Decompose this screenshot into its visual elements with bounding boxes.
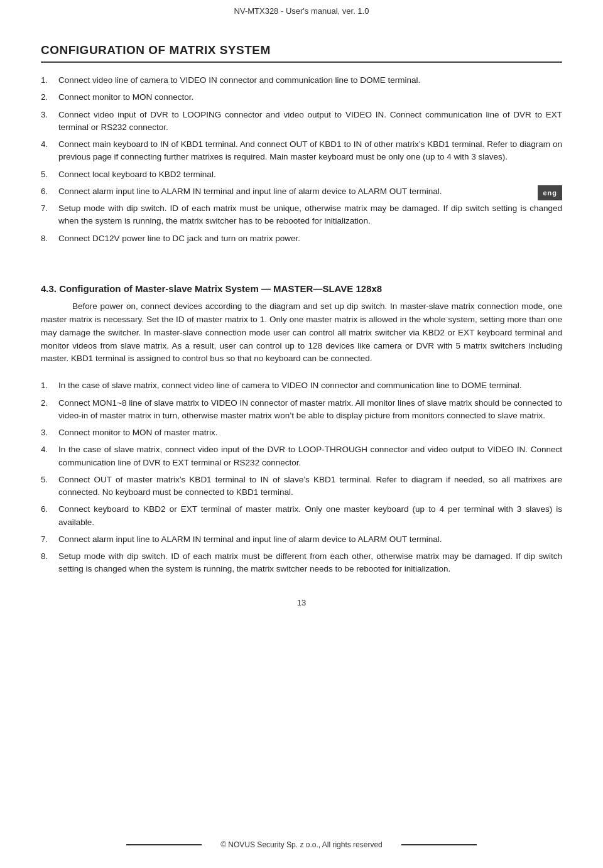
section2-intro: Before power on, connect devices accordi…: [41, 300, 562, 366]
list-body-1: Connect video line of camera to VIDEO IN…: [58, 74, 562, 87]
s2-list-body-8: Setup mode with dip switch. ID of each m…: [58, 550, 562, 576]
eng-badge: eng: [538, 185, 562, 201]
s2-list-num-6: 6.: [41, 503, 58, 529]
page: NV-MTX328 - User's manual, ver. 1.0 CONF…: [0, 0, 603, 868]
list-item: 7. Connect alarm input line to ALARM IN …: [41, 533, 562, 546]
footer-line-right: [401, 844, 477, 845]
list-body-3: Connect video input of DVR to LOOPING co…: [58, 109, 562, 134]
s2-list-body-1: In the case of slave matrix, connect vid…: [58, 379, 562, 392]
s2-list-num-8: 8.: [41, 550, 58, 576]
list-item: 8. Connect DC12V power line to DC jack a…: [41, 232, 562, 245]
page-title: CONFIGURATION OF MATRIX SYSTEM: [41, 43, 562, 57]
list-item: 5. Connect local keyboard to KBD2 termin…: [41, 168, 562, 181]
s2-list-body-4: In the case of slave matrix, connect vid…: [58, 443, 562, 469]
list-num-2: 2.: [41, 91, 58, 104]
list-body-7: Setup mode with dip switch. ID of each m…: [58, 202, 562, 228]
list-item: 1. Connect video line of camera to VIDEO…: [41, 74, 562, 87]
footer-line-left: [126, 844, 202, 845]
list-item: 3. Connect video input of DVR to LOOPING…: [41, 109, 562, 134]
list-body-5: Connect local keyboard to KBD2 terminal.: [58, 168, 562, 181]
s2-list-num-4: 4.: [41, 443, 58, 469]
list-item: 3. Connect monitor to MON of master matr…: [41, 426, 562, 439]
list-item: 7. Setup mode with dip switch. ID of eac…: [41, 202, 562, 228]
list-num-1: 1.: [41, 74, 58, 87]
s2-list-body-2: Connect MON1~8 line of slave matrix to V…: [58, 397, 562, 423]
section2-heading-text: 4.3. Configuration of Master-slave Matri…: [41, 283, 382, 294]
list-item: 6. Connect keyboard to KBD2 or EXT termi…: [41, 503, 562, 529]
s2-list-num-2: 2.: [41, 397, 58, 423]
page-header: NV-MTX328 - User's manual, ver. 1.0: [0, 0, 603, 19]
list-num-6: 6.: [41, 185, 58, 198]
list-body-6: Connect alarm input line to ALARM IN ter…: [58, 185, 562, 198]
list-body-4: Connect main keyboard to IN of KBD1 term…: [58, 138, 562, 164]
footer-bar: © NOVUS Security Sp. z o.o., All rights …: [0, 840, 603, 849]
content-area: CONFIGURATION OF MATRIX SYSTEM 1. Connec…: [0, 19, 603, 593]
list-item: 4. In the case of slave matrix, connect …: [41, 443, 562, 469]
list-item: 2. Connect MON1~8 line of slave matrix t…: [41, 397, 562, 423]
s2-list-body-6: Connect keyboard to KBD2 or EXT terminal…: [58, 503, 562, 529]
list-num-3: 3.: [41, 109, 58, 134]
s2-list-body-7: Connect alarm input line to ALARM IN ter…: [58, 533, 562, 546]
list-item: 4. Connect main keyboard to IN of KBD1 t…: [41, 138, 562, 164]
list-item: 8. Setup mode with dip switch. ID of eac…: [41, 550, 562, 576]
title-rule: [41, 61, 562, 63]
list-num-8: 8.: [41, 232, 58, 245]
list-body-2: Connect monitor to MON connector.: [58, 91, 562, 104]
list-num-4: 4.: [41, 138, 58, 164]
spacer1: [41, 249, 562, 262]
list-num-5: 5.: [41, 168, 58, 181]
list-item: 2. Connect monitor to MON connector.: [41, 91, 562, 104]
s2-list-num-3: 3.: [41, 426, 58, 439]
s2-list-num-5: 5.: [41, 474, 58, 499]
section2-list: 1. In the case of slave matrix, connect …: [41, 379, 562, 575]
s2-list-num-7: 7.: [41, 533, 58, 546]
section1-list: 1. Connect video line of camera to VIDEO…: [41, 74, 562, 245]
list-num-7: 7.: [41, 202, 58, 228]
page-number: 13: [0, 598, 603, 607]
section1-list-container: 1. Connect video line of camera to VIDEO…: [41, 74, 562, 245]
list-item: 1. In the case of slave matrix, connect …: [41, 379, 562, 392]
list-body-8: Connect DC12V power line to DC jack and …: [58, 232, 562, 245]
spacer2: [41, 373, 562, 379]
list-item: 5. Connect OUT of master matrix’s KBD1 t…: [41, 474, 562, 499]
footer-text: © NOVUS Security Sp. z o.o., All rights …: [202, 840, 401, 849]
s2-list-num-1: 1.: [41, 379, 58, 392]
s2-list-body-3: Connect monitor to MON of master matrix.: [58, 426, 562, 439]
s2-list-body-5: Connect OUT of master matrix’s KBD1 term…: [58, 474, 562, 499]
section2-heading: 4.3. Configuration of Master-slave Matri…: [41, 283, 562, 294]
header-title: NV-MTX328 - User's manual, ver. 1.0: [234, 6, 369, 16]
list-item: 6. Connect alarm input line to ALARM IN …: [41, 185, 562, 198]
